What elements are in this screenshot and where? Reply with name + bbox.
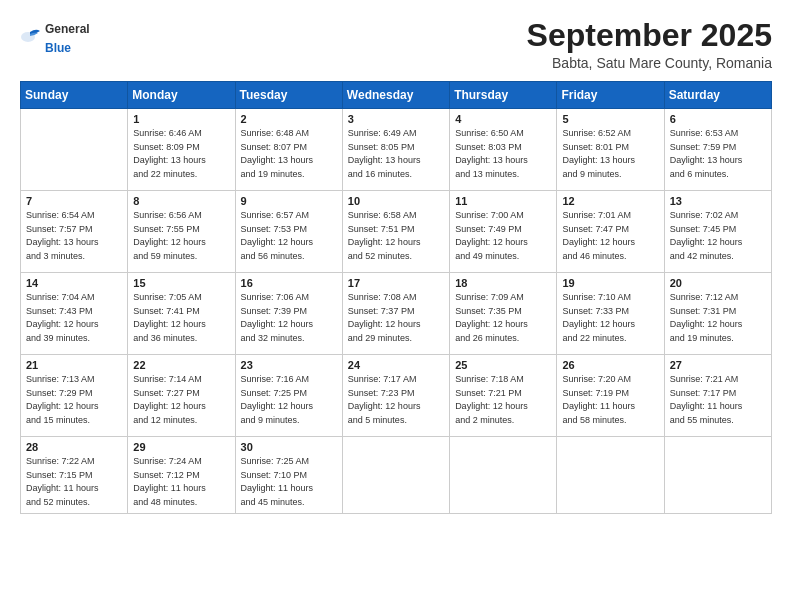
subtitle: Babta, Satu Mare County, Romania [527, 55, 772, 71]
day-number: 29 [133, 441, 229, 453]
table-cell: 19Sunrise: 7:10 AM Sunset: 7:33 PM Dayli… [557, 273, 664, 355]
day-number: 12 [562, 195, 658, 207]
day-info: Sunrise: 7:00 AM Sunset: 7:49 PM Dayligh… [455, 209, 551, 263]
calendar-header-row: SundayMondayTuesdayWednesdayThursdayFrid… [21, 82, 772, 109]
day-info: Sunrise: 7:14 AM Sunset: 7:27 PM Dayligh… [133, 373, 229, 427]
day-info: Sunrise: 7:22 AM Sunset: 7:15 PM Dayligh… [26, 455, 122, 509]
logo: General Blue [20, 18, 90, 56]
table-cell [21, 109, 128, 191]
day-info: Sunrise: 6:50 AM Sunset: 8:03 PM Dayligh… [455, 127, 551, 181]
calendar-table: SundayMondayTuesdayWednesdayThursdayFrid… [20, 81, 772, 514]
main-title: September 2025 [527, 18, 772, 53]
table-cell: 30Sunrise: 7:25 AM Sunset: 7:10 PM Dayli… [235, 437, 342, 514]
day-number: 19 [562, 277, 658, 289]
day-number: 18 [455, 277, 551, 289]
table-cell: 15Sunrise: 7:05 AM Sunset: 7:41 PM Dayli… [128, 273, 235, 355]
day-info: Sunrise: 7:04 AM Sunset: 7:43 PM Dayligh… [26, 291, 122, 345]
day-number: 30 [241, 441, 337, 453]
day-info: Sunrise: 7:09 AM Sunset: 7:35 PM Dayligh… [455, 291, 551, 345]
day-info: Sunrise: 6:52 AM Sunset: 8:01 PM Dayligh… [562, 127, 658, 181]
day-number: 24 [348, 359, 444, 371]
table-cell: 27Sunrise: 7:21 AM Sunset: 7:17 PM Dayli… [664, 355, 771, 437]
day-number: 15 [133, 277, 229, 289]
day-number: 8 [133, 195, 229, 207]
table-cell: 5Sunrise: 6:52 AM Sunset: 8:01 PM Daylig… [557, 109, 664, 191]
table-cell: 4Sunrise: 6:50 AM Sunset: 8:03 PM Daylig… [450, 109, 557, 191]
day-info: Sunrise: 7:01 AM Sunset: 7:47 PM Dayligh… [562, 209, 658, 263]
day-info: Sunrise: 7:20 AM Sunset: 7:19 PM Dayligh… [562, 373, 658, 427]
week-row-5: 28Sunrise: 7:22 AM Sunset: 7:15 PM Dayli… [21, 437, 772, 514]
table-cell: 25Sunrise: 7:18 AM Sunset: 7:21 PM Dayli… [450, 355, 557, 437]
table-cell [450, 437, 557, 514]
logo-bird-icon [20, 26, 42, 48]
title-section: September 2025 Babta, Satu Mare County, … [527, 18, 772, 71]
day-number: 14 [26, 277, 122, 289]
day-number: 25 [455, 359, 551, 371]
day-number: 27 [670, 359, 766, 371]
table-cell: 2Sunrise: 6:48 AM Sunset: 8:07 PM Daylig… [235, 109, 342, 191]
table-cell: 29Sunrise: 7:24 AM Sunset: 7:12 PM Dayli… [128, 437, 235, 514]
table-cell: 26Sunrise: 7:20 AM Sunset: 7:19 PM Dayli… [557, 355, 664, 437]
day-info: Sunrise: 7:05 AM Sunset: 7:41 PM Dayligh… [133, 291, 229, 345]
header-wednesday: Wednesday [342, 82, 449, 109]
day-number: 13 [670, 195, 766, 207]
day-number: 16 [241, 277, 337, 289]
header-friday: Friday [557, 82, 664, 109]
day-number: 4 [455, 113, 551, 125]
day-number: 26 [562, 359, 658, 371]
table-cell [342, 437, 449, 514]
day-info: Sunrise: 7:16 AM Sunset: 7:25 PM Dayligh… [241, 373, 337, 427]
table-cell: 16Sunrise: 7:06 AM Sunset: 7:39 PM Dayli… [235, 273, 342, 355]
day-info: Sunrise: 7:10 AM Sunset: 7:33 PM Dayligh… [562, 291, 658, 345]
table-cell [557, 437, 664, 514]
table-cell: 8Sunrise: 6:56 AM Sunset: 7:55 PM Daylig… [128, 191, 235, 273]
day-number: 20 [670, 277, 766, 289]
day-number: 28 [26, 441, 122, 453]
day-info: Sunrise: 7:25 AM Sunset: 7:10 PM Dayligh… [241, 455, 337, 509]
day-info: Sunrise: 7:21 AM Sunset: 7:17 PM Dayligh… [670, 373, 766, 427]
table-cell [664, 437, 771, 514]
day-number: 21 [26, 359, 122, 371]
header-saturday: Saturday [664, 82, 771, 109]
logo-blue: Blue [45, 41, 71, 55]
day-number: 17 [348, 277, 444, 289]
day-number: 7 [26, 195, 122, 207]
day-number: 3 [348, 113, 444, 125]
day-info: Sunrise: 6:48 AM Sunset: 8:07 PM Dayligh… [241, 127, 337, 181]
day-info: Sunrise: 7:24 AM Sunset: 7:12 PM Dayligh… [133, 455, 229, 509]
day-info: Sunrise: 7:06 AM Sunset: 7:39 PM Dayligh… [241, 291, 337, 345]
header-sunday: Sunday [21, 82, 128, 109]
week-row-4: 21Sunrise: 7:13 AM Sunset: 7:29 PM Dayli… [21, 355, 772, 437]
day-number: 9 [241, 195, 337, 207]
table-cell: 24Sunrise: 7:17 AM Sunset: 7:23 PM Dayli… [342, 355, 449, 437]
table-cell: 3Sunrise: 6:49 AM Sunset: 8:05 PM Daylig… [342, 109, 449, 191]
day-info: Sunrise: 6:56 AM Sunset: 7:55 PM Dayligh… [133, 209, 229, 263]
table-cell: 28Sunrise: 7:22 AM Sunset: 7:15 PM Dayli… [21, 437, 128, 514]
table-cell: 23Sunrise: 7:16 AM Sunset: 7:25 PM Dayli… [235, 355, 342, 437]
table-cell: 14Sunrise: 7:04 AM Sunset: 7:43 PM Dayli… [21, 273, 128, 355]
week-row-2: 7Sunrise: 6:54 AM Sunset: 7:57 PM Daylig… [21, 191, 772, 273]
day-number: 5 [562, 113, 658, 125]
day-number: 10 [348, 195, 444, 207]
day-info: Sunrise: 7:08 AM Sunset: 7:37 PM Dayligh… [348, 291, 444, 345]
table-cell: 11Sunrise: 7:00 AM Sunset: 7:49 PM Dayli… [450, 191, 557, 273]
day-number: 23 [241, 359, 337, 371]
day-info: Sunrise: 7:17 AM Sunset: 7:23 PM Dayligh… [348, 373, 444, 427]
table-cell: 12Sunrise: 7:01 AM Sunset: 7:47 PM Dayli… [557, 191, 664, 273]
week-row-3: 14Sunrise: 7:04 AM Sunset: 7:43 PM Dayli… [21, 273, 772, 355]
header-monday: Monday [128, 82, 235, 109]
week-row-1: 1Sunrise: 6:46 AM Sunset: 8:09 PM Daylig… [21, 109, 772, 191]
table-cell: 7Sunrise: 6:54 AM Sunset: 7:57 PM Daylig… [21, 191, 128, 273]
day-info: Sunrise: 6:46 AM Sunset: 8:09 PM Dayligh… [133, 127, 229, 181]
day-info: Sunrise: 7:12 AM Sunset: 7:31 PM Dayligh… [670, 291, 766, 345]
page: General Blue September 2025 Babta, Satu … [0, 0, 792, 612]
table-cell: 13Sunrise: 7:02 AM Sunset: 7:45 PM Dayli… [664, 191, 771, 273]
table-cell: 18Sunrise: 7:09 AM Sunset: 7:35 PM Dayli… [450, 273, 557, 355]
day-info: Sunrise: 6:53 AM Sunset: 7:59 PM Dayligh… [670, 127, 766, 181]
table-cell: 20Sunrise: 7:12 AM Sunset: 7:31 PM Dayli… [664, 273, 771, 355]
day-number: 6 [670, 113, 766, 125]
table-cell: 1Sunrise: 6:46 AM Sunset: 8:09 PM Daylig… [128, 109, 235, 191]
day-info: Sunrise: 6:58 AM Sunset: 7:51 PM Dayligh… [348, 209, 444, 263]
day-info: Sunrise: 7:18 AM Sunset: 7:21 PM Dayligh… [455, 373, 551, 427]
day-info: Sunrise: 7:02 AM Sunset: 7:45 PM Dayligh… [670, 209, 766, 263]
